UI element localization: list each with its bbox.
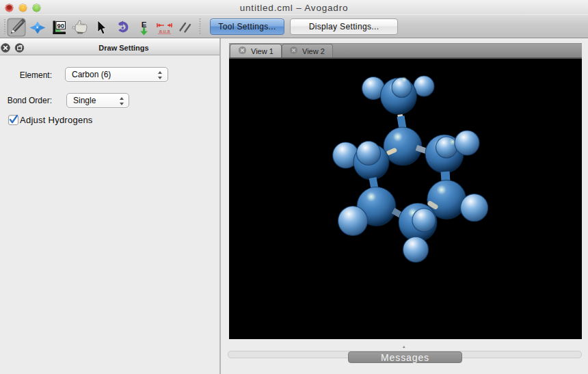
svg-text:90: 90 — [57, 22, 65, 29]
svg-text:E: E — [142, 21, 147, 29]
svg-text:a.u.a: a.u.a — [159, 29, 170, 34]
